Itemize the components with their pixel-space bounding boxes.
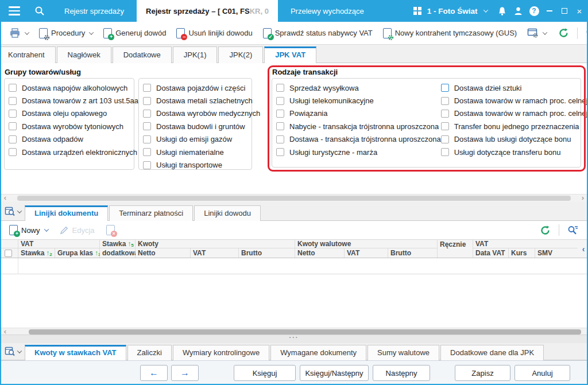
procedures-button[interactable]: Procedury xyxy=(36,26,96,41)
checkbox-item[interactable]: Dostawa odpadów xyxy=(9,133,134,146)
minimize-button[interactable] xyxy=(542,0,557,22)
close-button[interactable]: × xyxy=(572,0,587,22)
tab-dodatkowe-dane-dla-jpk[interactable]: Dodatkowe dane dla JPK xyxy=(440,345,544,360)
tab-kwoty-w-stawkach-vat[interactable]: Kwoty w stawkach VAT xyxy=(25,345,126,360)
panel-splitter[interactable]: ··· xyxy=(1,335,587,343)
checkbox-item[interactable]: Dostawa towarów w ramach proc. celnej 42 xyxy=(441,94,588,107)
print-button[interactable] xyxy=(6,26,32,41)
column-header-smv[interactable]: SMV xyxy=(535,248,578,258)
column-header-grupa-klas[interactable]: Grupa klas ↑3 xyxy=(55,248,100,258)
checkbox-item[interactable]: Usługi niematerialne xyxy=(143,146,252,158)
tab-wymiary-kontrolingowe[interactable]: Wymiary kontrolingowe xyxy=(173,345,269,360)
user-icon[interactable] xyxy=(510,0,526,22)
checkbox-item-focused[interactable]: Dostawa dzieł sztuki xyxy=(441,81,588,94)
search-icon[interactable] xyxy=(28,0,52,22)
tab-linijki-dowodu[interactable]: Linijki dowodu xyxy=(194,205,261,221)
checkbox-item[interactable]: Dostawa - transakcja trójstronna uproszc… xyxy=(276,133,441,146)
column-header-netto[interactable]: Netto xyxy=(136,248,191,258)
tab-kontrahent[interactable]: Kontrahent xyxy=(0,46,56,63)
checkbox-item[interactable]: Dostawa lub usługi dotyczące bonu xyxy=(441,133,588,146)
grid-search-filter-button[interactable] xyxy=(564,223,582,238)
horizontal-scrollbar-top[interactable]: ‹ › xyxy=(1,194,587,202)
save-button[interactable]: Zapisz xyxy=(455,365,510,381)
grid-view-settings-button[interactable] xyxy=(3,346,25,360)
tab-zaliczki[interactable]: Zaliczki xyxy=(127,345,172,360)
tab-jpk1[interactable]: JPK(1) xyxy=(173,46,218,63)
check-vat-status-button[interactable]: ✓ Sprawdź status nabywcy VAT xyxy=(260,26,376,41)
grid-refresh-button[interactable] xyxy=(536,223,554,238)
delete-proof-lines-button[interactable]: – Usuń linijki dowodu xyxy=(173,26,256,41)
scroll-left-icon[interactable]: ‹ xyxy=(1,328,9,336)
tab-sumy-walutowe[interactable]: Sumy walutowe xyxy=(368,345,439,360)
checkbox-item[interactable]: Usługi dotyczące transferu bonu xyxy=(441,146,588,158)
tab-jpk2[interactable]: JPK(2) xyxy=(218,46,263,63)
scrollbar-thumb[interactable] xyxy=(17,196,571,201)
book-button[interactable]: Księguj xyxy=(234,365,296,381)
tab-wymagane-dokumenty[interactable]: Wymagane dokumenty xyxy=(270,345,366,360)
previous-document-button[interactable]: ← xyxy=(140,365,168,381)
scrollbar-thumb[interactable] xyxy=(29,329,581,335)
tab-naglowek[interactable]: Nagłówek xyxy=(57,46,111,63)
company-chevron-down-icon[interactable] xyxy=(478,0,494,22)
column-header-brutto[interactable]: Brutto xyxy=(239,248,295,258)
column-header-recznie[interactable]: Ręcznie xyxy=(438,240,473,258)
checkbox-item[interactable]: Dostawa urządzeń elektronicznych xyxy=(9,146,134,158)
column-header-vat[interactable]: VAT xyxy=(191,248,239,258)
checkbox-item[interactable]: Usługi turystyczne - marża xyxy=(276,146,441,158)
checkbox-item[interactable]: Usługi do emisji gazów xyxy=(143,133,252,146)
grid-empty-row[interactable] xyxy=(1,258,587,274)
horizontal-scrollbar-grid[interactable]: ‹ xyxy=(1,328,587,335)
column-header-vat-walutowe[interactable]: VAT xyxy=(345,248,388,258)
checkbox-item[interactable]: Dostawa towarów z art 103 ust.5aa xyxy=(9,94,134,107)
edit-line-button[interactable]: Edycja xyxy=(56,223,98,237)
tab-terminarz-platnosci[interactable]: Terminarz płatności xyxy=(109,205,193,221)
scroll-right-icon[interactable]: › xyxy=(579,195,587,202)
company-selector[interactable]: 1 - Foto Świat xyxy=(413,0,478,22)
checkbox-item[interactable]: Dostawa metali szlachetnych xyxy=(143,94,252,107)
next-document-button[interactable]: → xyxy=(171,365,199,381)
checkbox-item[interactable]: Dostawa budowli i gruntów xyxy=(143,120,252,133)
titlebar-tab-active-document[interactable]: Rejestr sprzedaży – [ C01, FS KR, 0 xyxy=(137,0,278,22)
stawka-dodatkowa-column[interactable]: Stawka ↑5 dodatkowa xyxy=(100,240,136,258)
checkbox-item[interactable]: Dostawa wyrobów medycznych xyxy=(143,107,252,120)
column-header-kurs[interactable]: Kurs xyxy=(509,248,535,258)
new-line-button[interactable]: + Nowy xyxy=(6,223,52,238)
column-header-stawka[interactable]: Stawka ↑2 xyxy=(18,248,55,258)
grid-empty-area[interactable] xyxy=(1,274,587,328)
checkbox-item[interactable]: Dostawa oleju opałowego xyxy=(9,107,134,120)
select-all-checkbox[interactable] xyxy=(5,250,12,257)
delete-line-button[interactable]: × xyxy=(103,223,118,238)
checkbox-item[interactable]: Dostawa towarów w ramach proc. celnej 63 xyxy=(441,107,588,120)
tab-linijki-dokumentu[interactable]: Linijki dokumentu xyxy=(25,205,108,221)
collapse-columns-icon[interactable]: ‹ xyxy=(578,240,588,258)
column-header-netto-walutowe[interactable]: Netto xyxy=(295,248,345,258)
checkbox-item[interactable]: Dostawa pojazdów i części xyxy=(143,81,252,94)
book-next-button[interactable]: Księguj/Następny xyxy=(300,365,369,381)
column-header-brutto-walutowe[interactable]: Brutto xyxy=(388,248,438,258)
scroll-left-icon[interactable]: ‹ xyxy=(1,195,9,202)
tab-dodatkowe[interactable]: Dodatkowe xyxy=(113,46,172,63)
checkbox-item[interactable]: Powiązania xyxy=(276,107,441,120)
titlebar-tab-outgoing-transfers[interactable]: Przelewy wychodzące xyxy=(278,0,377,22)
cancel-button[interactable]: Anuluj xyxy=(514,365,570,381)
next-button[interactable]: Następny xyxy=(373,365,430,381)
checkbox-item[interactable]: Transfer bonu jednego przeznaczenia xyxy=(441,120,588,133)
new-temp-contractor-button[interactable]: Nowy kontrahent tymczasowy (GUS) xyxy=(380,26,520,41)
maximize-button[interactable] xyxy=(557,0,572,22)
grid-view-settings-button[interactable] xyxy=(3,206,25,220)
checkbox-item[interactable]: Nabycie - transakcja trójstronna uproszc… xyxy=(276,120,441,133)
refresh-button[interactable] xyxy=(555,25,572,41)
checkbox-item[interactable]: Usługi telekomunikacyjne xyxy=(276,94,441,107)
checkbox-item[interactable]: Usługi transportowe xyxy=(143,158,252,171)
checkbox-item[interactable]: Dostawa napojów alkoholowych xyxy=(9,81,134,94)
column-header-data-vat[interactable]: Data VAT xyxy=(473,248,509,258)
tab-jpk-vat[interactable]: JPK VAT xyxy=(264,46,316,63)
checkbox-item[interactable]: Dostawa wyrobów tytoniowych xyxy=(9,120,134,133)
checkbox-item[interactable]: Sprzedaż wysyłkowa xyxy=(276,81,441,94)
help-icon[interactable]: ? xyxy=(526,0,542,22)
window-settings-button[interactable] xyxy=(524,26,550,40)
search-filter-button[interactable] xyxy=(582,25,588,41)
menu-icon[interactable] xyxy=(1,0,28,22)
generate-proof-button[interactable]: + Generuj dowód xyxy=(100,26,169,41)
notifications-bell-icon[interactable] xyxy=(494,0,510,22)
